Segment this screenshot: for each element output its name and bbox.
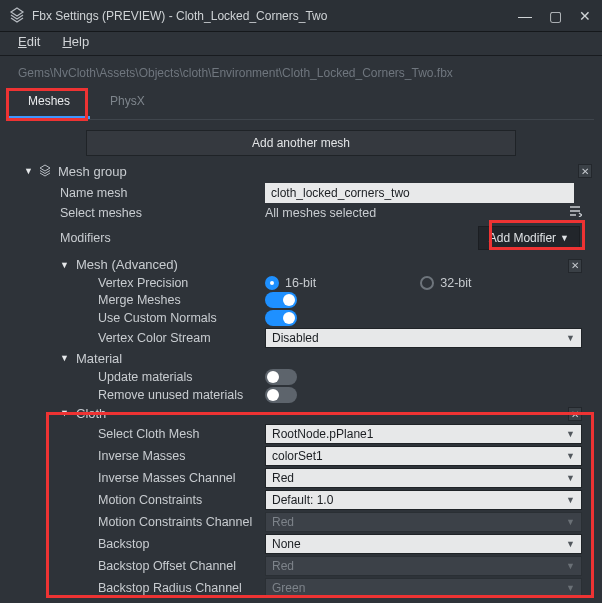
add-another-mesh-button[interactable]: Add another mesh xyxy=(86,130,516,156)
name-mesh-input[interactable] xyxy=(265,183,574,203)
label-backstop-offset-channel: Backstop Offset Channel xyxy=(10,559,265,573)
chevron-down-icon: ▼ xyxy=(566,517,575,527)
label-select-cloth-mesh: Select Cloth Mesh xyxy=(10,427,265,441)
vcs-value: Disabled xyxy=(272,331,319,345)
radio-32bit[interactable]: 32-bit xyxy=(420,276,471,290)
label-motion-constraints-channel: Motion Constraints Channel xyxy=(10,515,265,529)
label-inverse-masses-channel: Inverse Masses Channel xyxy=(10,471,265,485)
chevron-down-icon: ▼ xyxy=(566,495,575,505)
radio-16bit-label: 16-bit xyxy=(285,276,316,290)
select-meshes-browse-icon[interactable] xyxy=(568,205,582,220)
label-select-meshes: Select meshes xyxy=(10,206,265,220)
menu-bar: Edit Help xyxy=(0,32,602,55)
label-inverse-masses: Inverse Masses xyxy=(10,449,265,463)
tab-bar: Meshes PhysX xyxy=(8,86,594,120)
mesh-advanced-header: Mesh (Advanced) xyxy=(76,257,178,272)
maximize-button[interactable]: ▢ xyxy=(546,7,564,25)
label-motion-constraints: Motion Constraints xyxy=(10,493,265,507)
label-vertex-color-stream: Vertex Color Stream xyxy=(10,331,265,345)
label-modifiers: Modifiers xyxy=(10,231,265,245)
label-backstop-radius-channel: Backstop Radius Channel xyxy=(10,581,265,595)
radio-32bit-label: 32-bit xyxy=(440,276,471,290)
dropdown-vertex-color-stream[interactable]: Disabled ▼ xyxy=(265,328,582,348)
toggle-remove-unused[interactable] xyxy=(265,387,297,403)
toggle-update-materials[interactable] xyxy=(265,369,297,385)
caret-mesh-group[interactable]: ▼ xyxy=(24,166,34,176)
dropdown-motion-constraints[interactable]: Default: 1.0▼ xyxy=(265,490,582,510)
dropdown-backstop-radius-channel: Green▼ xyxy=(265,578,582,598)
dropdown-backstop[interactable]: None▼ xyxy=(265,534,582,554)
remove-mesh-group-button[interactable]: ✕ xyxy=(578,164,592,178)
caret-mesh-advanced[interactable]: ▼ xyxy=(60,260,70,270)
remove-mesh-advanced-button[interactable]: ✕ xyxy=(568,259,582,273)
dropdown-select-cloth-mesh[interactable]: RootNode.pPlane1▼ xyxy=(265,424,582,444)
mesh-group-icon xyxy=(38,164,52,178)
tab-physx[interactable]: PhysX xyxy=(90,86,165,119)
chevron-down-icon: ▼ xyxy=(566,473,575,483)
chevron-down-icon: ▼ xyxy=(566,451,575,461)
label-backstop: Backstop xyxy=(10,537,265,551)
label-remove-unused-materials: Remove unused materials xyxy=(10,388,265,402)
chevron-down-icon: ▼ xyxy=(566,539,575,549)
add-modifier-button[interactable]: Add Modifier ▼ xyxy=(478,226,580,250)
chevron-down-icon: ▼ xyxy=(566,583,575,593)
toggle-merge-meshes[interactable] xyxy=(265,292,297,308)
label-vertex-precision: Vertex Precision xyxy=(10,276,265,290)
file-path: Gems\NvCloth\Assets\Objects\cloth\Enviro… xyxy=(0,56,602,86)
caret-cloth[interactable]: ▼ xyxy=(60,408,70,418)
minimize-button[interactable]: — xyxy=(516,7,534,25)
remove-cloth-button[interactable]: ✕ xyxy=(568,407,582,421)
add-modifier-label: Add Modifier xyxy=(489,231,556,245)
label-use-custom-normals: Use Custom Normals xyxy=(10,311,265,325)
dropdown-inverse-masses[interactable]: colorSet1▼ xyxy=(265,446,582,466)
select-meshes-value: All meshes selected xyxy=(265,206,376,220)
menu-edit[interactable]: Edit xyxy=(18,34,40,49)
radio-16bit[interactable]: 16-bit xyxy=(265,276,316,290)
dropdown-backstop-offset-channel: Red▼ xyxy=(265,556,582,576)
label-name-mesh: Name mesh xyxy=(10,186,265,200)
cloth-header: Cloth xyxy=(76,406,106,421)
dropdown-motion-constraints-channel: Red▼ xyxy=(265,512,582,532)
menu-help[interactable]: Help xyxy=(62,34,89,49)
toggle-custom-normals[interactable] xyxy=(265,310,297,326)
material-header: Material xyxy=(76,351,122,366)
label-update-materials: Update materials xyxy=(10,370,265,384)
mesh-group-header: Mesh group xyxy=(58,164,127,179)
chevron-down-icon: ▼ xyxy=(566,561,575,571)
app-icon xyxy=(8,7,26,25)
title-bar: Fbx Settings (PREVIEW) - Cloth_Locked_Co… xyxy=(0,0,602,32)
caret-material[interactable]: ▼ xyxy=(60,353,70,363)
chevron-down-icon: ▼ xyxy=(566,429,575,439)
label-merge-meshes: Merge Meshes xyxy=(10,293,265,307)
window-title: Fbx Settings (PREVIEW) - Cloth_Locked_Co… xyxy=(32,9,327,23)
close-button[interactable]: ✕ xyxy=(576,7,594,25)
dropdown-inverse-masses-channel[interactable]: Red▼ xyxy=(265,468,582,488)
chevron-down-icon: ▼ xyxy=(566,333,575,343)
tab-meshes[interactable]: Meshes xyxy=(8,86,90,119)
chevron-down-icon: ▼ xyxy=(560,233,569,243)
